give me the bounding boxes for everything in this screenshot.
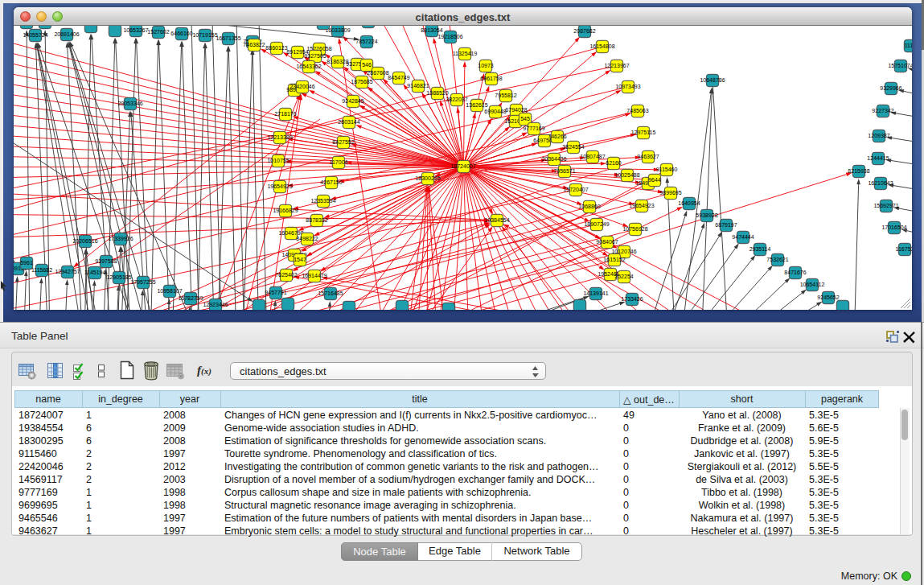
- svg-text:16671355: 16671355: [216, 35, 240, 41]
- svg-text:4267150: 4267150: [320, 179, 342, 185]
- svg-text:2087682: 2087682: [573, 28, 595, 34]
- svg-text:14055724: 14055724: [23, 32, 47, 38]
- svg-text:15720407: 15720407: [563, 187, 588, 192]
- svg-text:9245652: 9245652: [817, 295, 839, 300]
- svg-text:18724007: 18724007: [450, 163, 475, 169]
- svg-text:9227342: 9227342: [872, 108, 893, 113]
- svg-text:10958107: 10958107: [157, 288, 182, 294]
- svg-text:10973: 10973: [478, 63, 494, 68]
- svg-text:7857224: 7857224: [355, 39, 377, 44]
- svg-text:8860123: 8860123: [265, 45, 287, 51]
- svg-text:6961758: 6961758: [480, 76, 502, 81]
- svg-text:1115682: 1115682: [31, 267, 52, 273]
- svg-text:1010755: 1010755: [267, 158, 289, 163]
- svg-text:7625402: 7625402: [275, 272, 297, 278]
- svg-text:8813054: 8813054: [421, 27, 442, 33]
- svg-text:9084067: 9084067: [596, 239, 618, 245]
- svg-text:8427552: 8427552: [332, 139, 354, 145]
- svg-text:15692971: 15692971: [873, 203, 898, 208]
- svg-text:12975115: 12975115: [631, 130, 656, 135]
- svg-text:62160: 62160: [606, 160, 622, 166]
- svg-text:7485063: 7485063: [626, 108, 648, 113]
- svg-text:10807487: 10807487: [580, 154, 605, 159]
- svg-text:9329966: 9329966: [880, 85, 901, 91]
- svg-text:1145194: 1145194: [84, 270, 106, 275]
- svg-text:12942757: 12942757: [55, 269, 80, 274]
- svg-text:2803144: 2803144: [338, 119, 359, 125]
- svg-text:11325419: 11325419: [453, 51, 478, 56]
- svg-text:10648786: 10648786: [700, 77, 725, 83]
- svg-text:20691406: 20691406: [54, 31, 79, 37]
- svg-text:16782759: 16782759: [178, 295, 203, 301]
- svg-text:1068860: 1068860: [578, 204, 600, 209]
- svg-text:545: 545: [520, 116, 530, 122]
- svg-text:12905185: 12905185: [106, 274, 131, 280]
- svg-text:9777169: 9777169: [523, 126, 544, 131]
- svg-text:1117: 1117: [905, 43, 912, 48]
- svg-text:9327505: 9327505: [304, 53, 326, 59]
- svg-text:9644: 9644: [648, 177, 661, 183]
- svg-text:7463822: 7463822: [243, 42, 265, 47]
- svg-text:8471676: 8471676: [784, 270, 806, 275]
- svg-text:7532621: 7532621: [766, 257, 788, 262]
- svg-text:16543362: 16543362: [296, 64, 321, 69]
- svg-text:16154808: 16154808: [589, 43, 614, 49]
- svg-text:252254: 252254: [614, 274, 633, 279]
- svg-text:546: 546: [362, 62, 372, 68]
- svg-text:19654923: 19654923: [629, 203, 654, 208]
- svg-text:3824554: 3824554: [562, 144, 584, 150]
- svg-text:15716485: 15716485: [318, 290, 343, 296]
- svg-text:1733426: 1733426: [621, 296, 643, 302]
- svg-text:17957255: 17957255: [130, 279, 155, 285]
- svg-text:19384554: 19384554: [484, 217, 509, 223]
- svg-text:10756928: 10756928: [622, 226, 647, 232]
- svg-text:1547: 1547: [294, 257, 306, 262]
- svg-text:10025488: 10025488: [614, 172, 639, 178]
- svg-text:12923446: 12923446: [203, 302, 228, 307]
- svg-text:6466160: 6466160: [170, 31, 192, 36]
- svg-text:1875685: 1875685: [351, 79, 372, 84]
- svg-text:8878332: 8878332: [306, 217, 327, 223]
- svg-text:12213967: 12213967: [604, 63, 629, 68]
- svg-text:1588520: 1588520: [426, 90, 448, 96]
- svg-text:19218506: 19218506: [437, 34, 462, 39]
- svg-text:9474444: 9474444: [732, 234, 754, 240]
- svg-text:16210643: 16210643: [868, 180, 893, 186]
- svg-text:7956571: 7956571: [553, 168, 575, 174]
- svg-text:9397588: 9397588: [95, 258, 117, 264]
- svg-text:9146821: 9146821: [407, 83, 429, 89]
- svg-text:7955812: 7955812: [495, 93, 516, 98]
- svg-text:16046798: 16046798: [278, 230, 303, 236]
- svg-text:1209387: 1209387: [868, 133, 889, 138]
- svg-text:19166829: 19166829: [273, 208, 298, 213]
- svg-text:14139141: 14139141: [583, 290, 608, 296]
- svg-text:5961: 5961: [20, 260, 33, 266]
- svg-text:20206516: 20206516: [72, 238, 97, 244]
- svg-text:10653267: 10653267: [123, 27, 148, 33]
- svg-text:1640954: 1640954: [678, 200, 700, 206]
- svg-text:18300295: 18300295: [415, 175, 440, 181]
- svg-text:116753: 116753: [896, 246, 912, 252]
- svg-text:2718176: 2718176: [274, 111, 296, 117]
- svg-text:1615152: 1615152: [603, 257, 625, 262]
- svg-text:9899695: 9899695: [659, 190, 681, 196]
- svg-text:10719155: 10719155: [192, 32, 217, 38]
- svg-text:23420046: 23420046: [290, 84, 314, 89]
- svg-text:9115460: 9115460: [656, 167, 678, 172]
- svg-text:6794028: 6794028: [505, 107, 527, 113]
- svg-text:12353594: 12353594: [310, 198, 335, 204]
- svg-text:20364436: 20364436: [541, 156, 566, 162]
- svg-text:1244415: 1244415: [867, 155, 889, 161]
- svg-text:1362615: 1362615: [466, 102, 487, 108]
- svg-text:10973493: 10973493: [615, 84, 640, 89]
- svg-text:12213389: 12213389: [267, 134, 292, 140]
- svg-text:3822037: 3822037: [446, 97, 467, 102]
- svg-text:1527602: 1527602: [147, 29, 169, 35]
- svg-text:8215938: 8215938: [848, 168, 869, 174]
- svg-text:8498222: 8498222: [296, 236, 318, 241]
- svg-text:19654925: 19654925: [267, 183, 292, 189]
- svg-text:15751074: 15751074: [888, 63, 912, 68]
- svg-text:746266: 746266: [548, 134, 566, 139]
- svg-text:16914479: 16914479: [302, 273, 326, 278]
- svg-text:117004: 117004: [330, 159, 348, 165]
